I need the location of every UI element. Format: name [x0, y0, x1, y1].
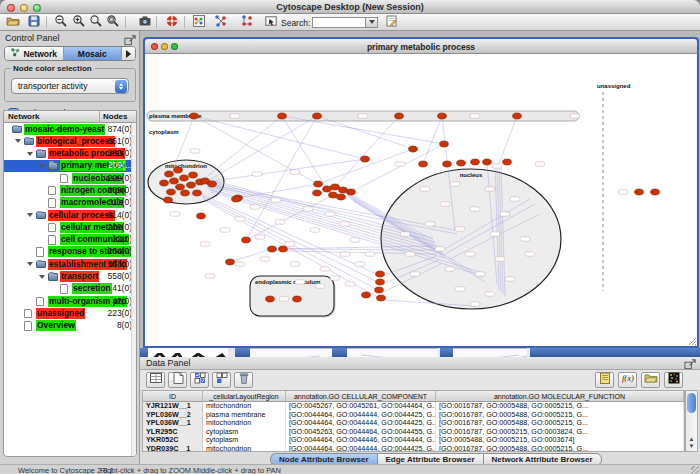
tree-row-multi-organism-pro[interactable]: multi-organism pro42(0) — [4, 295, 136, 307]
background-window[interactable] — [140, 348, 148, 357]
graph-node[interactable] — [361, 156, 370, 162]
graph-node[interactable] — [483, 159, 492, 165]
tree-row-primary-metabo[interactable]: primary metabo209(... — [4, 160, 136, 172]
tree-row-nitrogen-compo[interactable]: nitrogen compo209(0) — [4, 184, 136, 196]
tree-header[interactable]: Network Nodes — [4, 111, 136, 123]
graph-node[interactable] — [409, 146, 418, 152]
graph-node[interactable] — [471, 159, 480, 165]
graph-node[interactable] — [268, 246, 277, 252]
graph-node[interactable] — [187, 182, 196, 188]
graph-node[interactable] — [635, 189, 644, 195]
table-row[interactable]: YPL036W__2plasma membrane[GO:0044464, GO… — [143, 411, 684, 420]
expander-icon[interactable] — [27, 213, 33, 220]
table-row[interactable]: YJR121W__1mitochondrion[GO:0045267, GO:0… — [143, 402, 684, 411]
help-lifering-button[interactable] — [163, 15, 180, 30]
column-header[interactable]: annotation.GO MOLECULAR_FUNCTION — [436, 391, 684, 401]
node-color-dropdown[interactable]: transporter activity — [11, 78, 129, 94]
tree-row-cellular-metabo[interactable]: cellular metabo209(0) — [4, 221, 136, 233]
graph-node[interactable] — [164, 197, 173, 203]
tree-row-nucleobase-[interactable]: nucleobase-209(0) — [4, 172, 136, 184]
new-doc-button[interactable] — [168, 372, 187, 388]
layout-b-button[interactable] — [238, 15, 255, 30]
graph-node[interactable] — [362, 292, 371, 298]
zoom-in-button[interactable] — [70, 15, 87, 30]
graph-node[interactable] — [440, 141, 449, 147]
graph-node[interactable] — [377, 295, 386, 301]
table-row[interactable]: YLR295Ccytoplasm[GO:0045263, GO:0044464,… — [143, 428, 684, 437]
network-view-window[interactable]: primary metabolic process plasma membran… — [143, 37, 699, 348]
select-attributes-button[interactable] — [190, 372, 209, 388]
snapshot-camera-button[interactable] — [136, 15, 153, 30]
zoom-out-button[interactable] — [52, 15, 69, 30]
graph-node[interactable] — [174, 167, 183, 173]
expander-icon[interactable] — [39, 164, 45, 171]
graph-node[interactable] — [314, 181, 323, 187]
graph-node[interactable] — [313, 190, 322, 196]
graph-node[interactable] — [438, 113, 447, 119]
graph-node[interactable] — [208, 181, 217, 187]
tree-row-mosaic-demo-yeast[interactable]: mosaic-demo-yeast874(0) — [4, 123, 136, 135]
column-header[interactable]: annotation.GO CELLULAR_COMPONENT — [286, 391, 436, 401]
background-window[interactable] — [250, 348, 332, 357]
background-window[interactable] — [440, 348, 453, 357]
graph-node[interactable] — [193, 190, 202, 196]
graph-node[interactable] — [375, 287, 384, 293]
notepad-button[interactable] — [595, 372, 614, 388]
graph-node[interactable] — [457, 160, 466, 166]
tree-row-establishment-of-lo[interactable]: establishment of lo558(0) — [4, 258, 136, 270]
graph-node[interactable] — [376, 279, 385, 285]
table-row[interactable]: YKR052Ccytoplasm[GO:0044464, GO:0044446,… — [143, 436, 684, 445]
zoom-selected-button[interactable] — [104, 15, 121, 30]
formula-fx-button[interactable]: f(x) — [618, 372, 637, 388]
tree-row-response-to-stimulu[interactable]: response to stimulu264(0) — [4, 246, 136, 258]
annotation-select-button[interactable] — [262, 15, 279, 30]
network-canvas[interactable]: plasma membranecytoplasmmitochondrionnuc… — [145, 54, 697, 346]
graph-node[interactable] — [503, 159, 512, 165]
search-options-button[interactable] — [383, 15, 400, 30]
attribute-table[interactable]: ID_cellularLayoutRegionannotation.GO CEL… — [142, 390, 685, 452]
expander-icon[interactable] — [27, 262, 33, 269]
tree-row-unassigned[interactable]: unassigned223(0) — [4, 307, 136, 319]
scrollbar-arrows[interactable]: ▲▼ — [686, 436, 697, 450]
background-window[interactable] — [332, 348, 347, 357]
background-window[interactable] — [235, 348, 250, 357]
unselect-attributes-button[interactable] — [212, 372, 231, 388]
tree-row-metabolic-process[interactable]: metabolic process280(0) — [4, 148, 136, 160]
tree-row-transport[interactable]: transport558(0) — [4, 271, 136, 283]
graph-node[interactable] — [181, 190, 190, 196]
graph-node[interactable] — [331, 184, 340, 190]
graph-node[interactable] — [279, 246, 288, 252]
layout-a-button[interactable] — [212, 15, 229, 30]
data-panel-float-icon[interactable] — [684, 358, 695, 368]
graph-node[interactable] — [190, 113, 199, 119]
graph-node[interactable] — [232, 196, 241, 202]
column-header[interactable]: _cellularLayoutRegion — [203, 391, 286, 401]
graph-node[interactable] — [513, 113, 522, 119]
graph-node[interactable] — [323, 186, 332, 192]
graph-node[interactable] — [167, 189, 176, 195]
app-titlebar[interactable]: Cytoscape Desktop (New Session) — [0, 0, 700, 14]
tree-row-overview[interactable]: Overview8(0) — [4, 320, 136, 332]
tree-row-secretion[interactable]: secretion41(0) — [4, 283, 136, 295]
expander-icon[interactable] — [15, 139, 21, 146]
graph-node[interactable] — [226, 259, 235, 265]
graph-node[interactable] — [197, 213, 206, 219]
column-header[interactable]: ID — [143, 391, 203, 401]
graph-node[interactable] — [313, 113, 322, 119]
tab-mosaic[interactable]: Mosaic — [64, 47, 123, 60]
graph-node[interactable] — [278, 113, 287, 119]
graph-node[interactable] — [176, 184, 185, 190]
table-button[interactable] — [146, 372, 165, 388]
table-row[interactable]: YPL036W__1mitochondrion[GO:0044464, GO:0… — [143, 419, 684, 428]
tree-row-macromolecule[interactable]: macromolecule311(0) — [4, 197, 136, 209]
save-button[interactable] — [25, 15, 42, 30]
graph-node[interactable] — [339, 187, 348, 193]
table-row[interactable]: YDR039C__1mitochondrion[GO:0044464, GO:0… — [143, 445, 684, 452]
graph-node[interactable] — [347, 189, 356, 195]
graph-node[interactable] — [242, 237, 251, 243]
graph-node[interactable] — [376, 271, 385, 277]
matrix-button[interactable] — [664, 372, 683, 388]
table-scrollbar[interactable]: ▲▼ — [685, 390, 698, 452]
graph-node[interactable] — [165, 171, 174, 177]
graph-node[interactable] — [337, 194, 346, 200]
